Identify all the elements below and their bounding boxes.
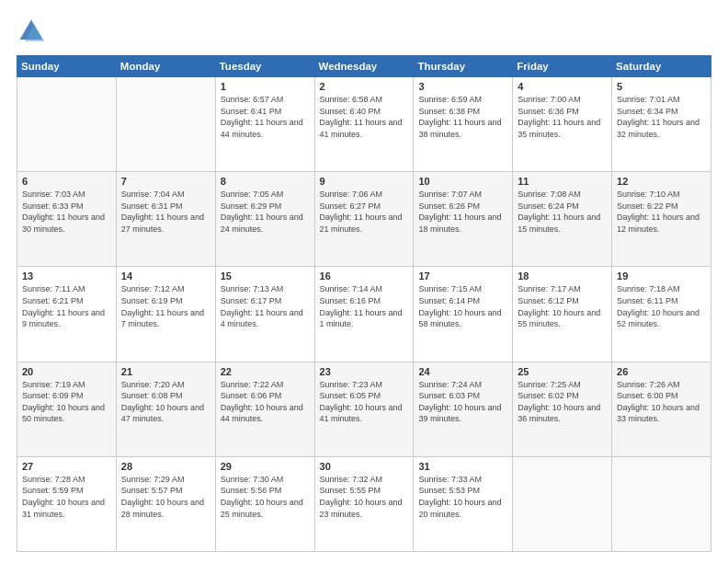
calendar-week-row: 27Sunrise: 7:28 AM Sunset: 5:59 PM Dayli…: [17, 456, 711, 551]
day-info: Sunrise: 7:03 AM Sunset: 6:33 PM Dayligh…: [22, 189, 111, 235]
calendar-cell: 29Sunrise: 7:30 AM Sunset: 5:56 PM Dayli…: [215, 456, 314, 551]
calendar-cell: 19Sunrise: 7:18 AM Sunset: 6:11 PM Dayli…: [612, 267, 711, 362]
calendar-cell: 24Sunrise: 7:24 AM Sunset: 6:03 PM Dayli…: [414, 362, 513, 456]
calendar-cell: 3Sunrise: 6:59 AM Sunset: 6:38 PM Daylig…: [414, 77, 513, 172]
day-info: Sunrise: 7:30 AM Sunset: 5:56 PM Dayligh…: [221, 474, 310, 520]
day-info: Sunrise: 7:14 AM Sunset: 6:16 PM Dayligh…: [320, 283, 409, 329]
day-info: Sunrise: 7:18 AM Sunset: 6:11 PM Dayligh…: [617, 283, 706, 329]
day-info: Sunrise: 7:12 AM Sunset: 6:19 PM Dayligh…: [121, 283, 210, 329]
calendar-cell: 14Sunrise: 7:12 AM Sunset: 6:19 PM Dayli…: [116, 267, 215, 362]
day-info: Sunrise: 7:24 AM Sunset: 6:03 PM Dayligh…: [418, 379, 507, 425]
calendar-cell: 28Sunrise: 7:29 AM Sunset: 5:57 PM Dayli…: [116, 456, 215, 551]
calendar-cell: 1Sunrise: 6:57 AM Sunset: 6:41 PM Daylig…: [215, 77, 314, 172]
day-number: 14: [121, 270, 210, 282]
calendar-cell: 23Sunrise: 7:23 AM Sunset: 6:05 PM Dayli…: [314, 362, 414, 456]
day-number: 18: [518, 270, 607, 282]
day-info: Sunrise: 7:15 AM Sunset: 6:14 PM Dayligh…: [418, 283, 507, 329]
day-number: 27: [22, 461, 111, 472]
calendar-cell: 2Sunrise: 6:58 AM Sunset: 6:40 PM Daylig…: [314, 77, 414, 172]
day-info: Sunrise: 7:25 AM Sunset: 6:02 PM Dayligh…: [518, 379, 607, 425]
header: [17, 17, 711, 46]
day-number: 4: [518, 81, 607, 92]
weekday-header-sunday: Sunday: [17, 56, 117, 77]
day-number: 6: [22, 176, 111, 187]
day-number: 1: [221, 81, 310, 92]
day-info: Sunrise: 7:17 AM Sunset: 6:12 PM Dayligh…: [518, 283, 607, 329]
day-info: Sunrise: 7:33 AM Sunset: 5:53 PM Dayligh…: [418, 474, 507, 520]
day-number: 22: [221, 366, 310, 377]
calendar-cell: 10Sunrise: 7:07 AM Sunset: 6:26 PM Dayli…: [414, 172, 513, 267]
day-number: 19: [617, 270, 706, 282]
calendar-cell: 7Sunrise: 7:04 AM Sunset: 6:31 PM Daylig…: [116, 172, 215, 267]
calendar-cell: 22Sunrise: 7:22 AM Sunset: 6:06 PM Dayli…: [215, 362, 314, 456]
calendar-cell: 20Sunrise: 7:19 AM Sunset: 6:09 PM Dayli…: [17, 362, 117, 456]
weekday-header-saturday: Saturday: [612, 56, 711, 77]
day-info: Sunrise: 7:22 AM Sunset: 6:06 PM Dayligh…: [221, 379, 310, 425]
calendar-cell: [513, 456, 612, 551]
calendar-cell: 5Sunrise: 7:01 AM Sunset: 6:34 PM Daylig…: [612, 77, 711, 172]
calendar-cell: 13Sunrise: 7:11 AM Sunset: 6:21 PM Dayli…: [17, 267, 117, 362]
weekday-header-wednesday: Wednesday: [314, 56, 414, 77]
day-info: Sunrise: 7:06 AM Sunset: 6:27 PM Dayligh…: [320, 189, 409, 235]
calendar-table: SundayMondayTuesdayWednesdayThursdayFrid…: [17, 55, 711, 552]
day-number: 28: [121, 461, 210, 472]
day-info: Sunrise: 7:26 AM Sunset: 6:00 PM Dayligh…: [617, 379, 706, 425]
day-number: 24: [418, 366, 507, 377]
calendar-header-row: SundayMondayTuesdayWednesdayThursdayFrid…: [17, 56, 711, 77]
day-number: 29: [221, 461, 310, 472]
calendar-cell: 4Sunrise: 7:00 AM Sunset: 6:36 PM Daylig…: [513, 77, 612, 172]
day-info: Sunrise: 7:28 AM Sunset: 5:59 PM Dayligh…: [22, 474, 111, 520]
calendar-cell: 6Sunrise: 7:03 AM Sunset: 6:33 PM Daylig…: [17, 172, 117, 267]
day-number: 16: [320, 270, 409, 282]
day-number: 31: [418, 461, 507, 472]
day-number: 5: [617, 81, 706, 92]
day-number: 17: [418, 270, 507, 282]
weekday-header-friday: Friday: [513, 56, 612, 77]
day-number: 7: [121, 176, 210, 187]
day-number: 11: [518, 176, 607, 187]
day-number: 30: [320, 461, 409, 472]
calendar-week-row: 20Sunrise: 7:19 AM Sunset: 6:09 PM Dayli…: [17, 362, 711, 456]
calendar-cell: 11Sunrise: 7:08 AM Sunset: 6:24 PM Dayli…: [513, 172, 612, 267]
day-info: Sunrise: 7:08 AM Sunset: 6:24 PM Dayligh…: [518, 189, 607, 235]
day-info: Sunrise: 6:58 AM Sunset: 6:40 PM Dayligh…: [320, 94, 409, 140]
calendar-cell: 18Sunrise: 7:17 AM Sunset: 6:12 PM Dayli…: [513, 267, 612, 362]
day-info: Sunrise: 6:57 AM Sunset: 6:41 PM Dayligh…: [221, 94, 310, 140]
day-info: Sunrise: 7:23 AM Sunset: 6:05 PM Dayligh…: [320, 379, 409, 425]
calendar-cell: 27Sunrise: 7:28 AM Sunset: 5:59 PM Dayli…: [17, 456, 117, 551]
generalblue-logo-icon: [17, 17, 46, 46]
calendar-cell: 21Sunrise: 7:20 AM Sunset: 6:08 PM Dayli…: [116, 362, 215, 456]
day-info: Sunrise: 7:07 AM Sunset: 6:26 PM Dayligh…: [418, 189, 507, 235]
day-info: Sunrise: 7:29 AM Sunset: 5:57 PM Dayligh…: [121, 474, 210, 520]
logo: [17, 17, 51, 46]
day-info: Sunrise: 7:13 AM Sunset: 6:17 PM Dayligh…: [221, 283, 310, 329]
calendar-week-row: 13Sunrise: 7:11 AM Sunset: 6:21 PM Dayli…: [17, 267, 711, 362]
calendar-cell: 26Sunrise: 7:26 AM Sunset: 6:00 PM Dayli…: [612, 362, 711, 456]
day-number: 2: [320, 81, 409, 92]
day-number: 23: [320, 366, 409, 377]
day-number: 9: [320, 176, 409, 187]
day-number: 26: [617, 366, 706, 377]
calendar-cell: 12Sunrise: 7:10 AM Sunset: 6:22 PM Dayli…: [612, 172, 711, 267]
calendar-week-row: 1Sunrise: 6:57 AM Sunset: 6:41 PM Daylig…: [17, 77, 711, 172]
calendar-cell: 9Sunrise: 7:06 AM Sunset: 6:27 PM Daylig…: [314, 172, 414, 267]
day-number: 3: [418, 81, 507, 92]
calendar-cell: 31Sunrise: 7:33 AM Sunset: 5:53 PM Dayli…: [414, 456, 513, 551]
day-info: Sunrise: 7:05 AM Sunset: 6:29 PM Dayligh…: [221, 189, 310, 235]
day-info: Sunrise: 7:32 AM Sunset: 5:55 PM Dayligh…: [320, 474, 409, 520]
calendar-cell: [116, 77, 215, 172]
weekday-header-monday: Monday: [116, 56, 215, 77]
day-number: 21: [121, 366, 210, 377]
day-info: Sunrise: 6:59 AM Sunset: 6:38 PM Dayligh…: [418, 94, 507, 140]
calendar-cell: [612, 456, 711, 551]
calendar-cell: 16Sunrise: 7:14 AM Sunset: 6:16 PM Dayli…: [314, 267, 414, 362]
day-info: Sunrise: 7:10 AM Sunset: 6:22 PM Dayligh…: [617, 189, 706, 235]
calendar-cell: 30Sunrise: 7:32 AM Sunset: 5:55 PM Dayli…: [314, 456, 414, 551]
calendar-cell: 15Sunrise: 7:13 AM Sunset: 6:17 PM Dayli…: [215, 267, 314, 362]
calendar-cell: 8Sunrise: 7:05 AM Sunset: 6:29 PM Daylig…: [215, 172, 314, 267]
day-number: 13: [22, 270, 111, 282]
day-info: Sunrise: 7:11 AM Sunset: 6:21 PM Dayligh…: [22, 283, 111, 329]
day-info: Sunrise: 7:20 AM Sunset: 6:08 PM Dayligh…: [121, 379, 210, 425]
page: SundayMondayTuesdayWednesdayThursdayFrid…: [0, 0, 728, 563]
day-info: Sunrise: 7:04 AM Sunset: 6:31 PM Dayligh…: [121, 189, 210, 235]
